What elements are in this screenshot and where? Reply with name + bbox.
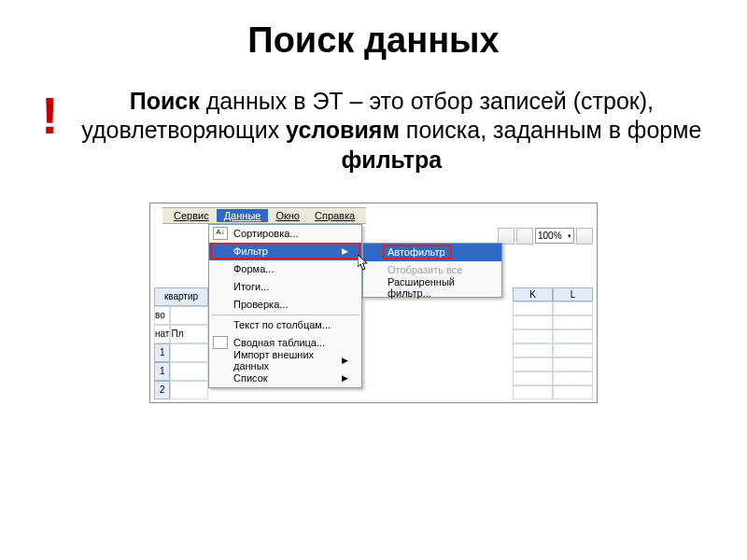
toolbar-button[interactable] — [576, 228, 593, 245]
toolbar-fragment: 100% ▾ — [498, 226, 593, 246]
menu-service[interactable]: Сервис — [166, 209, 217, 222]
sheet-left-fragment: квартир во натПл 1 1 2 — [154, 287, 208, 399]
sheet-right-fragment: K L — [513, 287, 593, 399]
menu-item-subtotals[interactable]: Итоги... — [209, 278, 361, 296]
filter-submenu: Автофильтр Отобразить все Расширенный фи… — [362, 243, 502, 298]
chevron-down-icon: ▾ — [568, 232, 571, 240]
menu-item-validation[interactable]: Проверка... — [209, 296, 361, 314]
app-screenshot: Сервис Данные Окно Справка 100% ▾ кварти… — [149, 203, 598, 403]
zoom-value: 100% — [538, 231, 562, 241]
slide-title: Поиск данных — [0, 21, 747, 61]
definition-text: Поиск данных в ЭТ – это отбор записей (с… — [78, 87, 706, 175]
menu-help[interactable]: Справка — [307, 209, 362, 222]
menu-data[interactable]: Данные — [217, 209, 269, 222]
menu-window[interactable]: Окно — [268, 209, 307, 222]
submenu-arrow-icon: ▶ — [342, 246, 348, 256]
toolbar-button[interactable] — [516, 228, 533, 245]
submenu-item-advanced-filter[interactable]: Расширенный фильтр... — [363, 279, 501, 297]
menubar: Сервис Данные Окно Справка — [162, 207, 366, 224]
menu-item-import-external[interactable]: Импорт внешних данных ▶ — [209, 352, 361, 370]
menu-item-filter[interactable]: Фильтр ▶ — [209, 243, 361, 260]
submenu-arrow-icon: ▶ — [342, 356, 348, 365]
zoom-combo[interactable]: 100% ▾ — [535, 228, 574, 244]
data-menu-dropdown: А↓ Сортировка... Фильтр ▶ Форма... Итоги… — [208, 224, 362, 388]
sort-icon: А↓ — [213, 227, 228, 240]
submenu-item-autofilter[interactable]: Автофильтр — [363, 244, 501, 261]
exclamation-mark: ! — [41, 90, 59, 142]
menu-item-sort[interactable]: А↓ Сортировка... — [209, 225, 361, 243]
menu-item-text-to-columns[interactable]: Текст по столбцам... — [209, 316, 361, 334]
definition-row: ! Поиск данных в ЭТ – это отбор записей … — [0, 87, 747, 175]
pivot-icon — [213, 336, 228, 349]
menu-item-list[interactable]: Список ▶ — [209, 370, 361, 387]
submenu-arrow-icon: ▶ — [342, 373, 348, 383]
menu-item-form[interactable]: Форма... — [209, 260, 361, 278]
